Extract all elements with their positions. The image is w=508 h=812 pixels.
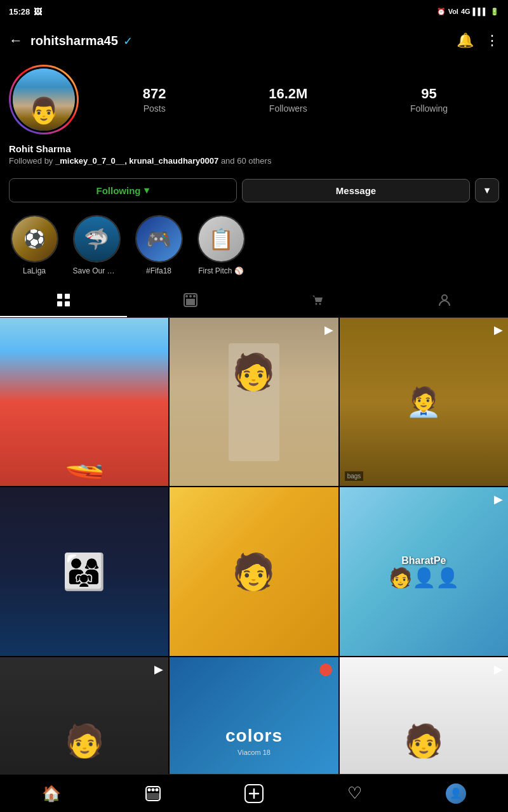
following-chevron-icon: ▾ <box>144 185 149 196</box>
svg-point-6 <box>189 295 192 298</box>
following-label: Following <box>410 103 448 114</box>
message-button[interactable]: Message <box>242 179 470 202</box>
status-right: ⏰ Vol 4G ▌▌▌ 🔋 <box>437 8 499 16</box>
fifa-image: 🎮 <box>137 216 182 261</box>
username-label: rohitsharma45 <box>30 34 118 48</box>
story-label-ocean: Save Our Oc... <box>73 266 121 275</box>
reels-nav-button[interactable] <box>145 785 161 802</box>
followed-by-text: Followed by <box>9 156 55 166</box>
grid-item-6[interactable]: BharatPe 🧑👤👤 ▶ <box>340 487 508 655</box>
story-item-ocean[interactable]: 🦈 Save Our Oc... <box>71 215 122 275</box>
more-options-icon[interactable]: ⋮ <box>485 32 499 49</box>
dropdown-button[interactable]: ▾ <box>475 178 499 202</box>
stats-container: 872 Posts 16.2M Followers 95 Following <box>91 86 499 114</box>
reels-icon <box>184 293 197 307</box>
grid-icon <box>57 293 70 307</box>
svg-point-9 <box>319 303 321 305</box>
heart-icon: ♡ <box>347 783 362 803</box>
profile-name: Rohit Sharma <box>9 143 499 154</box>
add-post-button[interactable] <box>244 784 264 803</box>
story-circle-ocean: 🦈 <box>73 215 121 263</box>
grid-item-2[interactable]: 🧑 ▶ <box>170 318 338 486</box>
grid-item-4[interactable]: 👨‍👩‍👧 <box>0 487 168 655</box>
profile-info: Rohit Sharma Followed by _mickey_0_7_0__… <box>0 143 508 172</box>
tab-shop[interactable] <box>254 284 381 317</box>
profile-nav-avatar: 👤 <box>446 783 466 804</box>
person-tag-icon <box>438 293 451 307</box>
photo-grid: 🚤 🧑 ▶ 🧑‍💼 bags ▶ 👨‍👩‍👧 🧑 BharatPe 🧑👤👤 ▶ <box>0 318 508 812</box>
story-item-pitch[interactable]: 📋 First Pitch ⚾ <box>196 215 246 275</box>
signal-icon: ▌▌▌ <box>473 8 488 15</box>
network-icon: 4G <box>461 8 471 15</box>
profile-header: 872 Posts 16.2M Followers 95 Following <box>0 58 508 143</box>
video-indicator-3: ▶ <box>494 323 503 337</box>
voi-icon: Vol <box>448 8 458 15</box>
svg-point-5 <box>185 295 188 298</box>
followed-by-suffix: and 60 others <box>218 156 271 166</box>
svg-point-10 <box>442 295 447 300</box>
shop-icon <box>311 293 324 307</box>
story-label-laliga: LaLiga <box>23 266 46 275</box>
top-nav-left: ← rohitsharma45 ✓ <box>9 32 133 49</box>
status-bar: 15:28 🖼 ⏰ Vol 4G ▌▌▌ 🔋 <box>0 0 508 23</box>
notification-bell-icon[interactable]: 🔔 <box>457 32 474 49</box>
followed-by-users[interactable]: _mickey_0_7_0__, krunal_chaudhary0007 <box>55 156 218 166</box>
svg-point-14 <box>155 788 158 791</box>
status-time: 15:28 <box>9 7 30 16</box>
video-indicator-6: ▶ <box>494 492 503 506</box>
ocean-image: 🦈 <box>74 216 119 261</box>
svg-rect-1 <box>65 294 70 299</box>
following-button[interactable]: Following ▾ <box>9 178 237 202</box>
grid-item-3[interactable]: 🧑‍💼 bags ▶ <box>340 318 508 486</box>
svg-point-8 <box>316 303 318 305</box>
following-count: 95 <box>421 86 436 102</box>
top-nav-right: 🔔 ⋮ <box>457 32 499 49</box>
avatar-image <box>13 69 75 131</box>
followers-stat[interactable]: 16.2M Followers <box>269 86 307 114</box>
grid-item-1[interactable]: 🚤 <box>0 318 168 486</box>
avatar <box>11 67 77 133</box>
profile-nav-button[interactable]: 👤 <box>446 783 466 804</box>
status-left: 15:28 🖼 <box>9 7 42 16</box>
followers-label: Followers <box>269 103 307 114</box>
pitch-image: 📋 <box>199 216 244 261</box>
svg-rect-0 <box>57 294 62 299</box>
back-button[interactable]: ← <box>9 32 23 49</box>
svg-point-7 <box>193 295 196 298</box>
following-button-label: Following <box>97 185 141 196</box>
followed-by: Followed by _mickey_0_7_0__, krunal_chau… <box>9 156 499 166</box>
stories-container: ⚽ LaLiga 🦈 Save Our Oc... 🎮 #Fifa18 📋 Fi… <box>0 209 508 284</box>
svg-rect-15 <box>147 793 159 799</box>
grid-item-5[interactable]: 🧑 <box>170 487 338 655</box>
svg-rect-3 <box>65 301 70 306</box>
likes-nav-button[interactable]: ♡ <box>347 783 362 803</box>
bottom-nav: 🏠 ♡ 👤 <box>0 774 508 812</box>
tab-grid[interactable] <box>0 284 127 317</box>
following-stat[interactable]: 95 Following <box>410 86 448 114</box>
reels-nav-icon <box>145 785 161 802</box>
tab-tagged[interactable] <box>381 284 508 317</box>
posts-stat[interactable]: 872 Posts <box>143 86 166 114</box>
home-nav-button[interactable]: 🏠 <box>42 785 61 802</box>
video-indicator-7: ▶ <box>154 662 163 676</box>
username-container: rohitsharma45 ✓ <box>30 34 133 48</box>
verified-badge: ✓ <box>123 35 133 48</box>
alarm-icon: ⏰ <box>437 8 446 16</box>
battery-icon: 🔋 <box>490 8 499 16</box>
story-item-laliga[interactable]: ⚽ LaLiga <box>9 215 60 275</box>
action-buttons: Following ▾ Message ▾ <box>0 172 508 209</box>
profile-nav-icon: 👤 <box>450 787 462 799</box>
add-icon <box>244 784 264 803</box>
story-label-pitch: First Pitch ⚾ <box>198 266 244 275</box>
followers-count: 16.2M <box>269 86 307 102</box>
tab-reels[interactable] <box>127 284 254 317</box>
story-item-fifa[interactable]: 🎮 #Fifa18 <box>133 215 184 275</box>
svg-rect-2 <box>57 301 62 306</box>
video-indicator-2: ▶ <box>324 323 333 337</box>
posts-count: 872 <box>143 86 166 102</box>
tabs-container <box>0 284 508 318</box>
video-indicator-9: ▶ <box>494 662 503 676</box>
story-circle-laliga: ⚽ <box>11 215 58 263</box>
avatar-container[interactable] <box>9 65 79 134</box>
story-circle-pitch: 📋 <box>197 215 245 263</box>
